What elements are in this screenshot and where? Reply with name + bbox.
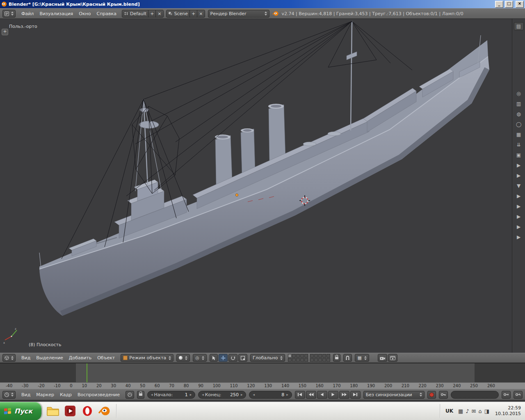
- quicklaunch-media-icon[interactable]: [64, 404, 77, 418]
- keying-set-menu-button[interactable]: [439, 391, 448, 399]
- layer-toggle[interactable]: [310, 358, 314, 362]
- render-opengl-anim-button[interactable]: [388, 354, 397, 362]
- play-reverse-button[interactable]: [317, 391, 327, 399]
- language-indicator[interactable]: UK: [444, 407, 455, 415]
- close-button[interactable]: ×: [516, 1, 524, 8]
- quicklaunch-opera-icon[interactable]: [81, 404, 94, 418]
- menu-file[interactable]: Файл: [18, 11, 37, 16]
- auto-keyframe-button[interactable]: [427, 391, 436, 399]
- lock-layers-button[interactable]: [333, 354, 340, 362]
- snap-toggle-button[interactable]: [343, 354, 352, 362]
- properties-editor-icon[interactable]: ▤: [514, 22, 524, 30]
- tray-mail-icon[interactable]: ✉: [472, 408, 476, 414]
- menu-help[interactable]: Справка: [94, 11, 119, 16]
- collapsed-panel-icon[interactable]: ▶: [514, 223, 523, 231]
- frame-end-field[interactable]: ◂ Конец: 250 ▸: [198, 391, 246, 399]
- editor-type-button[interactable]: [2, 391, 16, 399]
- ship-deck[interactable]: [39, 40, 488, 269]
- menu-add[interactable]: Добавить: [66, 355, 94, 361]
- menu-render[interactable]: Визуализация: [37, 11, 76, 16]
- world-tab-icon[interactable]: ◯: [514, 121, 523, 128]
- layer-toggle[interactable]: [322, 358, 326, 362]
- collapsed-panel-icon[interactable]: ▶: [514, 233, 523, 241]
- collapsed-panel-icon[interactable]: ▶: [514, 162, 523, 169]
- menu-view[interactable]: Вид: [18, 392, 33, 397]
- next-keyframe-button[interactable]: [339, 391, 349, 399]
- mode-selector[interactable]: Режим объекта: [121, 354, 173, 362]
- ship-model[interactable]: [0, 19, 512, 353]
- tray-volume-icon[interactable]: ♪: [466, 408, 469, 414]
- increment-arrow-icon[interactable]: ▸: [240, 393, 244, 397]
- menu-view[interactable]: Вид: [18, 355, 33, 361]
- layer-toggle[interactable]: [292, 358, 296, 362]
- quicklaunch-blender-icon[interactable]: [98, 404, 111, 418]
- minimize-button[interactable]: _: [495, 1, 503, 8]
- collapsed-panel-icon[interactable]: ▶: [514, 172, 523, 179]
- layer-toggle[interactable]: [318, 358, 322, 362]
- jump-to-start-button[interactable]: [295, 391, 305, 399]
- screen-layout-add-button[interactable]: +: [148, 10, 156, 18]
- viewport-3d[interactable]: + Польз.-орто (8) Плоскость z x: [0, 19, 512, 353]
- manipulator-translate-button[interactable]: [219, 354, 228, 362]
- tray-display-icon[interactable]: ▦: [458, 408, 463, 414]
- menu-window[interactable]: Окно: [76, 11, 94, 16]
- layer-toggle[interactable]: [304, 358, 308, 362]
- layer-toggle[interactable]: [314, 354, 318, 358]
- modifiers-tab-icon[interactable]: ⇊: [514, 141, 523, 148]
- menu-select[interactable]: Выделение: [33, 355, 66, 361]
- render-layers-tab-icon[interactable]: ▥: [514, 100, 523, 107]
- layer-toggle[interactable]: [300, 358, 304, 362]
- sync-mode-selector[interactable]: Без синхронизации: [363, 391, 425, 399]
- delete-keyframe-button[interactable]: [514, 391, 523, 399]
- tray-home-icon[interactable]: ⌂: [478, 408, 482, 414]
- prev-keyframe-button[interactable]: [306, 391, 316, 399]
- current-frame-field[interactable]: ◂ 8 ▸: [249, 391, 292, 399]
- shading-selector[interactable]: [176, 354, 190, 362]
- render-opengl-button[interactable]: [378, 354, 387, 362]
- lock-range-button[interactable]: [137, 391, 144, 399]
- menu-playback[interactable]: Воспроизведение: [75, 392, 123, 397]
- transform-orientation-selector[interactable]: Глобально: [250, 354, 285, 362]
- manipulator-scale-button[interactable]: [238, 354, 247, 362]
- screen-layout-close-button[interactable]: ×: [155, 10, 163, 18]
- insert-keyframe-button[interactable]: [502, 391, 511, 399]
- layer-toggle[interactable]: [304, 354, 308, 358]
- play-button[interactable]: [328, 391, 338, 399]
- layer-toggle[interactable]: [310, 354, 314, 358]
- collapsed-panel-icon[interactable]: ▶: [514, 213, 523, 220]
- collapsed-panel-icon[interactable]: ▶: [514, 192, 523, 200]
- decrement-arrow-icon[interactable]: ◂: [150, 393, 154, 397]
- manipulator-toggle-button[interactable]: [210, 354, 218, 362]
- layer-toggle[interactable]: [318, 354, 322, 358]
- collapsed-panel-icon[interactable]: ▶: [514, 203, 523, 210]
- timeline-ruler[interactable]: -40-30-20-100102030405060708090100110120…: [0, 382, 525, 389]
- screen-layout-selector[interactable]: Default: [122, 10, 148, 18]
- menu-object[interactable]: Объект: [94, 355, 118, 361]
- layer-toggle[interactable]: [314, 358, 318, 362]
- render-tab-icon[interactable]: ◎: [514, 90, 523, 97]
- decrement-arrow-icon[interactable]: ◂: [201, 393, 205, 397]
- layer-toggle[interactable]: [288, 354, 292, 358]
- layer-toggle[interactable]: [292, 354, 296, 358]
- scene-add-button[interactable]: +: [189, 10, 197, 18]
- object-tab-icon[interactable]: ▦: [514, 131, 523, 138]
- timeline-canvas[interactable]: -40-30-20-100102030405060708090100110120…: [0, 363, 525, 389]
- properties-strip[interactable]: ▤◎▥◍◯▦⇊▣▶▶▼▶▶▶▶▶: [512, 19, 525, 353]
- layer-toggle[interactable]: [288, 358, 292, 362]
- layer-toggle[interactable]: [326, 354, 330, 358]
- window-titlebar[interactable]: Blender* [G:\Красный Крым\Красный Крым.b…: [0, 0, 525, 8]
- start-button[interactable]: Пуск: [0, 402, 41, 420]
- use-preview-range-button[interactable]: [126, 391, 134, 399]
- decrement-arrow-icon[interactable]: ◂: [251, 393, 256, 397]
- tray-power-icon[interactable]: ◨: [484, 408, 489, 414]
- layer-toggle[interactable]: [300, 354, 304, 358]
- layer-toggle[interactable]: [296, 354, 300, 358]
- quicklaunch-explorer-icon[interactable]: [46, 404, 59, 418]
- jump-to-end-button[interactable]: [350, 391, 361, 399]
- snap-element-selector[interactable]: ▦: [355, 354, 369, 362]
- layer-toggle[interactable]: [296, 358, 300, 362]
- toolshelf-expand-button[interactable]: +: [2, 29, 8, 35]
- scene-close-button[interactable]: ×: [197, 10, 205, 18]
- increment-arrow-icon[interactable]: ▸: [189, 393, 193, 397]
- pivot-selector[interactable]: ◎: [193, 354, 207, 362]
